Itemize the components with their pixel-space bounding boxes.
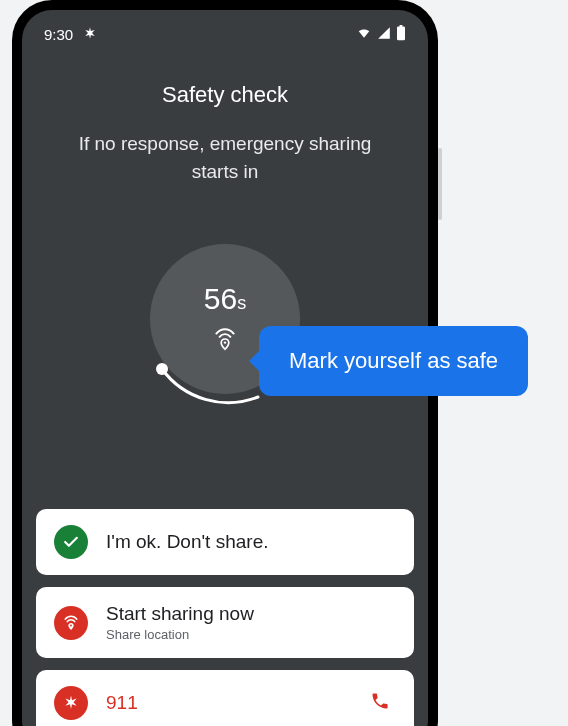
emergency-asterisk-icon bbox=[54, 686, 88, 720]
start-sharing-sub: Share location bbox=[106, 627, 396, 642]
check-icon bbox=[54, 525, 88, 559]
power-button bbox=[438, 148, 442, 220]
action-list: I'm ok. Don't share. Start sharing now S… bbox=[22, 495, 428, 726]
signal-icon bbox=[376, 26, 392, 43]
svg-point-2 bbox=[224, 341, 226, 343]
im-ok-label: I'm ok. Don't share. bbox=[106, 531, 396, 553]
status-time: 9:30 bbox=[44, 26, 73, 43]
tooltip-text: Mark yourself as safe bbox=[289, 348, 498, 373]
page-subtitle: If no response, emergency sharing starts… bbox=[75, 130, 375, 185]
battery-icon bbox=[396, 25, 406, 44]
svg-rect-1 bbox=[399, 25, 402, 27]
share-location-icon bbox=[54, 606, 88, 640]
location-broadcast-icon bbox=[212, 326, 238, 356]
call-911-label: 911 bbox=[106, 692, 352, 714]
mark-safe-tooltip[interactable]: Mark yourself as safe bbox=[259, 326, 528, 396]
phone-icon bbox=[370, 691, 390, 715]
call-911-button[interactable]: 911 bbox=[36, 670, 414, 726]
status-bar: 9:30 bbox=[22, 10, 428, 46]
countdown-unit: s bbox=[237, 293, 246, 313]
page-title: Safety check bbox=[162, 82, 288, 108]
svg-point-4 bbox=[70, 624, 72, 626]
countdown-text: 56s bbox=[204, 282, 246, 316]
main-content: Safety check If no response, emergency s… bbox=[22, 46, 428, 495]
start-sharing-button[interactable]: Start sharing now Share location bbox=[36, 587, 414, 658]
asterisk-icon bbox=[83, 26, 97, 43]
svg-rect-0 bbox=[397, 26, 405, 40]
im-ok-button[interactable]: I'm ok. Don't share. bbox=[36, 509, 414, 575]
countdown-value: 56 bbox=[204, 282, 237, 315]
start-sharing-label: Start sharing now bbox=[106, 603, 396, 625]
wifi-icon bbox=[356, 26, 372, 43]
